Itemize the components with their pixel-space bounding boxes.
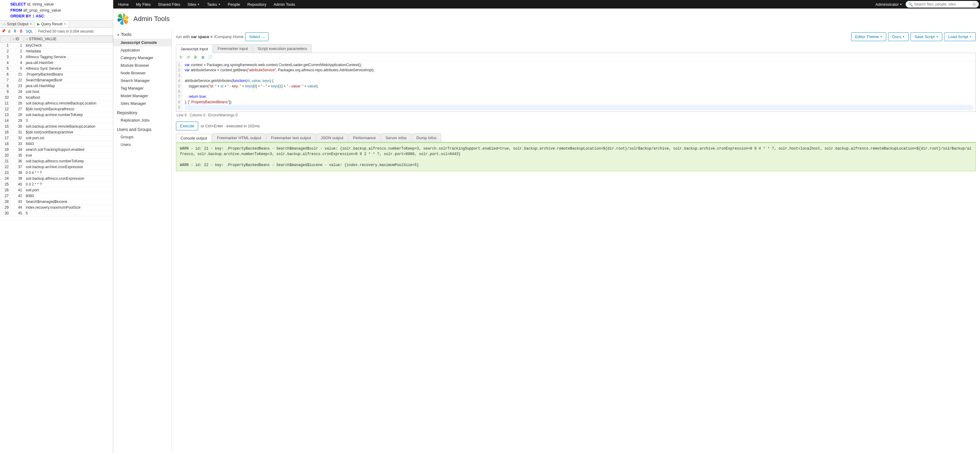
- table-row[interactable]: 1328solr.backup.archive.numberToKeep: [0, 112, 113, 118]
- editor-theme-button[interactable]: Editor Theme▼: [851, 32, 886, 41]
- value-column-header[interactable]: ⇕STRING_VALUE: [24, 36, 113, 42]
- table-row[interactable]: 2439solr.backup.alfresco.cronExpression: [0, 175, 113, 181]
- table-row[interactable]: 23380 0 4 * * ?: [0, 170, 113, 175]
- table-row[interactable]: 27428080: [0, 193, 113, 199]
- table-row[interactable]: 1934search.solrTrackingSupport.enabled: [0, 147, 113, 152]
- table-row[interactable]: 11keyCheck: [0, 42, 113, 48]
- sidebar-item-model-manager[interactable]: Model Manager: [113, 92, 172, 100]
- sidebar-item-category-manager[interactable]: Category Manager: [113, 54, 172, 62]
- tab-performance[interactable]: Performance: [348, 134, 380, 142]
- sidebar-item-replication-jobs[interactable]: Replication Jobs: [113, 116, 172, 124]
- sidebar-item-module-browser[interactable]: Module Browser: [113, 62, 172, 69]
- sql-editor[interactable]: SELECT id, string_valueFROM alf_prop_str…: [0, 0, 113, 21]
- sidebar-section-tools[interactable]: Tools: [113, 29, 172, 39]
- tab-javascript-input[interactable]: Javascript input: [176, 45, 213, 53]
- table-row[interactable]: 621.PropertyBackedBeans: [0, 71, 113, 77]
- tab-console-output[interactable]: Console output: [176, 134, 212, 142]
- sql-result-grid[interactable]: ⇕ID ⇕STRING_VALUE 11keyCheck22metadata33…: [0, 36, 113, 453]
- nav-home[interactable]: Home: [118, 2, 129, 7]
- nav-sites[interactable]: Sites▼: [188, 2, 200, 7]
- table-row[interactable]: 55Alfresco Sync Service: [0, 65, 113, 71]
- tab-script-output[interactable]: ▭ Script Output ✕: [0, 21, 35, 27]
- tab-json-output[interactable]: JSON output: [316, 134, 348, 142]
- nav-admin-tools[interactable]: Admin Tools: [274, 2, 295, 7]
- table-row[interactable]: 2843Search$managed$lucene: [0, 199, 113, 204]
- tab-dump-infos[interactable]: Dump Infos: [412, 134, 441, 142]
- table-row[interactable]: 2641solr.port: [0, 187, 113, 193]
- sql-link[interactable]: SQL: [25, 29, 33, 33]
- table-row[interactable]: 2237solr.backup.archive.cronExpression: [0, 164, 113, 170]
- redo-icon[interactable]: ↻: [178, 54, 184, 60]
- sidebar-item-node-browser[interactable]: Node Browser: [113, 69, 172, 77]
- table-row[interactable]: 22metadata: [0, 48, 113, 54]
- execute-button[interactable]: Execute: [176, 121, 198, 131]
- chevron-down-icon: ▼: [969, 35, 972, 38]
- new-doc-icon[interactable]: 📄: [207, 54, 213, 60]
- nav-shared-files[interactable]: Shared Files: [158, 2, 180, 7]
- undo-icon[interactable]: ↺: [185, 54, 191, 60]
- code-editor[interactable]: 123456789 var context = Packages.org.spr…: [176, 61, 975, 112]
- tab-freemarker-text-output[interactable]: Freemarker text output: [266, 134, 316, 142]
- sidebar-item-groups[interactable]: Groups: [113, 133, 172, 141]
- table-row[interactable]: 1227${dir.root}/solrBackup/alfresco: [0, 106, 113, 112]
- load-script-button[interactable]: Load Script▼: [944, 32, 976, 41]
- search-icon: 🔍: [908, 2, 913, 7]
- script-editor-box: ↻ ↺ 🗎 ≣ 📄 123456789 var context = Packag…: [176, 53, 976, 112]
- sidebar-item-javascript-console[interactable]: Javascript Console: [113, 39, 172, 46]
- select-space-button[interactable]: Select ...: [245, 32, 269, 41]
- table-row[interactable]: 1025localhost: [0, 94, 113, 100]
- docs-button[interactable]: Docs▼: [888, 32, 909, 41]
- export-icon[interactable]: 🗎: [13, 29, 18, 34]
- sidebar-item-tag-manager[interactable]: Tag Manager: [113, 85, 172, 92]
- table-row[interactable]: 722Search$managed$solr: [0, 77, 113, 83]
- sidebar-item-sites-manager[interactable]: Sites Manager: [113, 100, 172, 107]
- table-row[interactable]: 25400 0 2 * * ?: [0, 181, 113, 187]
- nav-my-files[interactable]: My Files: [136, 2, 151, 7]
- table-row[interactable]: 1732solr.port.ssl: [0, 135, 113, 141]
- table-row[interactable]: 924solr.host: [0, 89, 113, 94]
- sidebar-item-search-manager[interactable]: Search Manager: [113, 77, 172, 85]
- id-column-header[interactable]: ⇕ID: [11, 36, 24, 42]
- save-script-button[interactable]: Save Script▼: [911, 32, 942, 41]
- close-icon[interactable]: ✕: [30, 22, 32, 26]
- tab-server-infos[interactable]: Server infos: [381, 134, 411, 142]
- clear-icon[interactable]: ⓧ: [972, 2, 976, 7]
- runbar: run with var space = /Company Home Selec…: [176, 32, 976, 41]
- table-row[interactable]: 1530solr.backup.archive.remoteBackupLoca…: [0, 123, 113, 129]
- nav-repository[interactable]: Repository: [248, 2, 266, 7]
- clear-icon[interactable]: 🗎: [193, 54, 198, 60]
- table-row[interactable]: 2035true: [0, 152, 113, 158]
- format-icon[interactable]: ≣: [200, 54, 205, 60]
- nav-tasks[interactable]: Tasks▼: [207, 2, 220, 7]
- tab-label: Query Result: [41, 22, 62, 26]
- table-row[interactable]: 1126solr.backup.alfresco.remoteBackupLoc…: [0, 100, 113, 106]
- delete-icon[interactable]: 🗑: [19, 29, 24, 34]
- table-row[interactable]: 18338443: [0, 141, 113, 147]
- table-row[interactable]: 1631${dir.root}/solrBackup/archive: [0, 129, 113, 135]
- table-row[interactable]: 2944index.recovery.maximumPoolSize: [0, 204, 113, 210]
- pin-icon[interactable]: 📌: [1, 29, 6, 34]
- divider: [35, 29, 36, 34]
- close-icon[interactable]: ✕: [64, 22, 66, 26]
- sidebar-item-application[interactable]: Application: [113, 46, 172, 54]
- user-menu[interactable]: Administrator ▼: [876, 2, 902, 7]
- sidebar-item-users[interactable]: Users: [113, 141, 172, 148]
- rownum-header: [0, 36, 11, 42]
- table-row[interactable]: 33Alfresco Tagging Service: [0, 54, 113, 60]
- table-row[interactable]: 14293: [0, 118, 113, 123]
- console-output: WARN - id: 21 - key: .PropertyBackedBean…: [176, 142, 976, 171]
- chevron-down-icon: ▼: [218, 3, 220, 6]
- table-row[interactable]: 44java.util.HashSet: [0, 60, 113, 65]
- search-input[interactable]: [906, 1, 979, 8]
- sql-result-tabs: ▭ Script Output ✕ ▶ Query Result ✕: [0, 21, 113, 28]
- print-icon[interactable]: 🖨: [7, 29, 12, 34]
- play-icon: ▶: [37, 22, 40, 26]
- table-row[interactable]: 823java.util.HashMap: [0, 83, 113, 89]
- nav-people[interactable]: People: [228, 2, 240, 7]
- table-row[interactable]: 2136solr.backup.alfresco.numberToKeep: [0, 158, 113, 164]
- tab-script-execution-parameters[interactable]: Script execution parameters: [253, 44, 312, 53]
- tab-freemarker-html-output[interactable]: Freemarker HTML output: [212, 134, 266, 142]
- table-row[interactable]: 30455: [0, 210, 113, 216]
- tab-freemarker-input[interactable]: Freemarker input: [213, 44, 252, 53]
- tab-query-result[interactable]: ▶ Query Result ✕: [35, 21, 69, 27]
